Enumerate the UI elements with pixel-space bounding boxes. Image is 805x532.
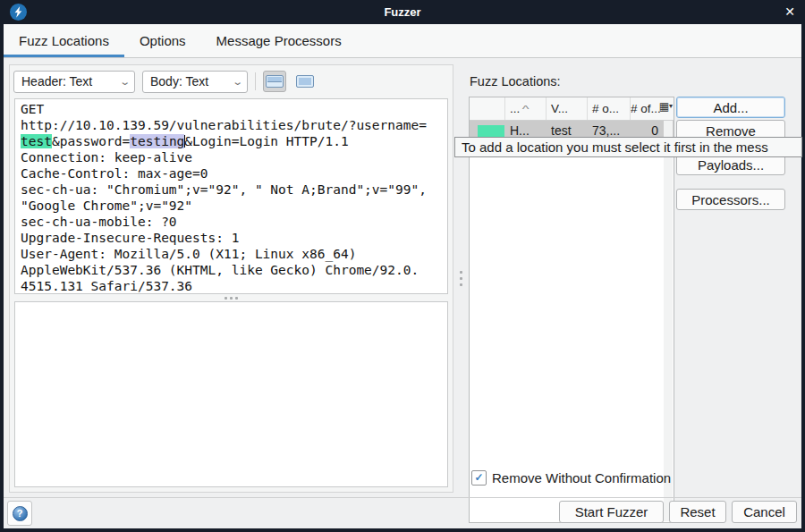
body-view-select[interactable]: Body: Text ⌄	[142, 71, 248, 93]
locations-table: ... ^ V... # o... # of... ▦▾ H... test 7…	[469, 97, 674, 523]
request-text: GEThttp://10.10.139.59/vulnerabilities/b…	[21, 101, 447, 294]
location-payloads-cell: 73,...	[588, 123, 631, 138]
column-header-type[interactable]: ... ^	[505, 97, 547, 120]
header-view-select[interactable]: Header: Text ⌄	[13, 71, 135, 93]
location-value-cell: test	[547, 123, 588, 138]
window-frame-right	[801, 24, 805, 532]
column-header-num-payloads[interactable]: # o...	[588, 97, 631, 120]
add-location-tooltip: To add a location you must select it fir…	[454, 137, 802, 157]
tab-bar: Fuzz Locations Options Message Processor…	[4, 24, 801, 58]
help-button[interactable]: ?	[7, 501, 32, 526]
title-bar: Fuzzer ✕	[0, 0, 805, 24]
table-scrollbar-track[interactable]	[664, 121, 673, 521]
remove-without-confirmation-checkbox[interactable]: ✓	[471, 470, 487, 486]
footer-separator	[4, 497, 801, 498]
locations-table-header: ... ^ V... # o... # of... ▦▾	[470, 97, 674, 121]
horizontal-splitter[interactable]	[10, 294, 453, 301]
location-processors-cell: 0	[631, 123, 662, 138]
check-icon: ✓	[474, 472, 483, 484]
column-header-value[interactable]: V...	[547, 97, 588, 120]
column-header-num-processors[interactable]: # of...	[631, 97, 662, 120]
column-header-color[interactable]	[470, 97, 505, 120]
dialog-content: Header: Text ⌄ Body: Text ⌄ GEThttp://10…	[4, 58, 801, 497]
start-fuzzer-button[interactable]: Start Fuzzer	[559, 501, 664, 523]
chevron-down-icon: ⌄	[119, 76, 131, 88]
combined-view-button[interactable]	[293, 71, 317, 92]
location-type-cell: H...	[505, 123, 547, 138]
remove-without-confirmation-label: Remove Without Confirmation	[492, 470, 671, 486]
location-color-swatch	[478, 125, 504, 137]
sort-asc-icon: ^	[522, 104, 530, 114]
add-button[interactable]: Add...	[676, 97, 785, 118]
tab-options[interactable]: Options	[124, 24, 201, 56]
cancel-button[interactable]: Cancel	[732, 501, 797, 523]
request-body-editor[interactable]	[14, 301, 448, 487]
tab-fuzz-locations[interactable]: Fuzz Locations	[4, 24, 124, 56]
request-header-editor[interactable]: GEThttp://10.10.139.59/vulnerabilities/b…	[14, 98, 448, 294]
body-view-select-value: Body: Text	[150, 74, 208, 89]
fuzz-locations-label: Fuzz Locations:	[470, 74, 561, 89]
tab-message-processors[interactable]: Message Processors	[201, 24, 357, 56]
combined-view-icon	[296, 75, 314, 88]
fuzzer-dialog: Fuzzer ✕ Fuzz Locations Options Message …	[0, 0, 805, 532]
processors-button[interactable]: Processors...	[676, 189, 785, 210]
split-view-button[interactable]	[263, 71, 286, 92]
window-title: Fuzzer	[0, 5, 805, 19]
header-view-select-value: Header: Text	[21, 74, 92, 89]
close-icon[interactable]: ✕	[784, 4, 795, 19]
reset-button[interactable]: Reset	[669, 501, 726, 523]
window-frame-bottom	[0, 528, 805, 532]
split-view-icon	[266, 75, 284, 88]
message-view-toolbar: Header: Text ⌄ Body: Text ⌄	[10, 65, 453, 97]
remove-confirmation-row: ✓ Remove Without Confirmation	[471, 470, 671, 486]
help-icon: ?	[13, 506, 28, 521]
chevron-down-icon: ⌄	[232, 76, 243, 88]
column-control-icon[interactable]: ▦▾	[659, 101, 673, 112]
message-panel: Header: Text ⌄ Body: Text ⌄ GEThttp://10…	[9, 64, 453, 493]
toolbar-separator	[255, 72, 256, 90]
vertical-splitter[interactable]	[453, 64, 468, 493]
